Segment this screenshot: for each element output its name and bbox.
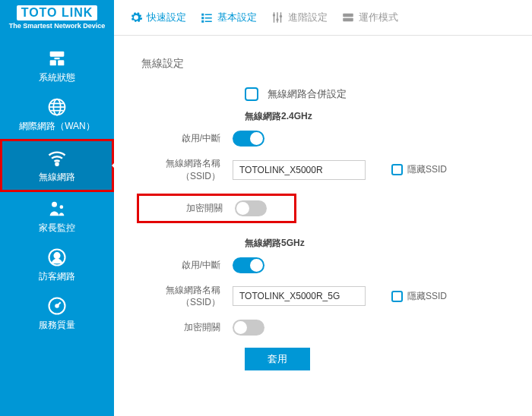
- svg-rect-3: [205, 17, 212, 19]
- sidebar-item-label: 無線網路: [39, 171, 75, 184]
- enable-5g-label: 啟用/中斷: [141, 259, 233, 272]
- svg-point-10: [276, 18, 278, 20]
- hide-ssid-5g-label: 隱藏SSID: [407, 290, 447, 303]
- sliders-icon: [271, 11, 284, 24]
- enable-24g-toggle[interactable]: [233, 131, 264, 147]
- header: TOTO LINK The Smartest Network Device 快速…: [0, 0, 532, 36]
- enable-5g-toggle[interactable]: [233, 257, 264, 273]
- svg-rect-12: [343, 14, 353, 17]
- main-content: 無線設定 無線網路合併設定 無線網路2.4GHz 啟用/中斷 無線網路名稱（SS…: [114, 36, 532, 416]
- svg-point-24: [52, 202, 57, 207]
- mode-icon: [341, 11, 355, 24]
- gear-icon: [129, 11, 143, 24]
- svg-rect-1: [205, 14, 212, 16]
- ssid-24g-input[interactable]: [233, 160, 366, 180]
- logo: TOTO LINK The Smartest Network Device: [0, 0, 114, 36]
- svg-point-11: [280, 15, 282, 17]
- svg-rect-0: [201, 14, 204, 16]
- sidebar-item-label: 網際網路（WAN）: [19, 120, 95, 133]
- svg-rect-6: [274, 12, 275, 23]
- svg-point-9: [273, 14, 275, 16]
- sidebar-item-wireless[interactable]: 無線網路: [0, 139, 114, 192]
- section-5g-title: 無線網路5GHz: [245, 237, 517, 250]
- sidebar-item-guest[interactable]: 訪客網路: [0, 241, 114, 289]
- sidebar-item-qos[interactable]: 服務質量: [0, 289, 114, 338]
- merge-checkbox[interactable]: [245, 87, 258, 101]
- enable-24g-label: 啟用/中斷: [141, 132, 233, 145]
- list-icon: [200, 11, 214, 24]
- encrypt-5g-toggle[interactable]: [233, 320, 264, 336]
- sidebar: 系統狀態 網際網路（WAN） 無線網路 家長監控 訪客網路 服務質量: [0, 36, 114, 416]
- logo-text: TOTO LINK: [17, 5, 98, 20]
- parental-icon: [46, 198, 68, 219]
- apply-button[interactable]: 套用: [245, 348, 310, 370]
- svg-rect-13: [343, 18, 353, 22]
- nav-advanced[interactable]: 進階設定: [271, 11, 328, 24]
- wifi-icon: [46, 147, 68, 169]
- svg-rect-17: [58, 60, 64, 65]
- hide-ssid-24g-label: 隱藏SSID: [407, 163, 447, 176]
- svg-rect-4: [201, 20, 204, 23]
- nav-basic[interactable]: 基本設定: [200, 11, 257, 24]
- sidebar-item-label: 訪客網路: [39, 270, 75, 283]
- svg-rect-2: [201, 17, 204, 19]
- ssid-5g-label: 無線網路名稱（SSID）: [141, 284, 233, 310]
- section-24g-title: 無線網路2.4GHz: [245, 110, 517, 123]
- hide-ssid-24g-checkbox[interactable]: [391, 164, 403, 175]
- encrypt-24g-toggle[interactable]: [235, 200, 267, 216]
- sidebar-item-label: 系統狀態: [39, 71, 75, 84]
- svg-rect-5: [205, 21, 212, 23]
- ssid-5g-input[interactable]: [233, 286, 366, 306]
- highlight-box-encrypt: 加密開關: [137, 194, 296, 223]
- nav-mode[interactable]: 運作模式: [341, 11, 398, 24]
- svg-rect-7: [277, 12, 278, 23]
- merge-row: 無線網路合併設定: [245, 87, 517, 101]
- svg-rect-16: [50, 60, 56, 65]
- sidebar-item-parental[interactable]: 家長監控: [0, 192, 114, 241]
- globe-icon: [46, 96, 68, 118]
- svg-point-27: [55, 253, 60, 258]
- encrypt-5g-label: 加密開關: [141, 321, 233, 334]
- sidebar-item-label: 服務質量: [39, 319, 75, 332]
- encrypt-24g-label: 加密開關: [139, 202, 235, 215]
- svg-point-23: [55, 163, 58, 165]
- status-icon: [46, 48, 68, 69]
- highlight-box-wireless: 無線網路: [0, 139, 114, 192]
- top-nav: 快速設定 基本設定 進階設定 運作模式: [114, 11, 398, 24]
- sidebar-item-label: 家長監控: [39, 222, 75, 235]
- hide-ssid-5g-checkbox[interactable]: [391, 291, 403, 302]
- nav-quick[interactable]: 快速設定: [129, 11, 186, 24]
- sidebar-item-status[interactable]: 系統狀態: [0, 42, 114, 90]
- page-title: 無線設定: [141, 57, 517, 71]
- sidebar-item-wan[interactable]: 網際網路（WAN）: [0, 90, 114, 139]
- svg-rect-15: [55, 58, 60, 59]
- svg-point-25: [60, 205, 64, 209]
- svg-rect-14: [50, 52, 65, 57]
- merge-label: 無線網路合併設定: [268, 87, 347, 101]
- gauge-icon: [46, 295, 68, 317]
- svg-point-30: [55, 304, 59, 307]
- logo-tagline: The Smartest Network Device: [9, 22, 106, 30]
- ssid-24g-label: 無線網路名稱（SSID）: [141, 157, 233, 183]
- guest-icon: [46, 247, 68, 268]
